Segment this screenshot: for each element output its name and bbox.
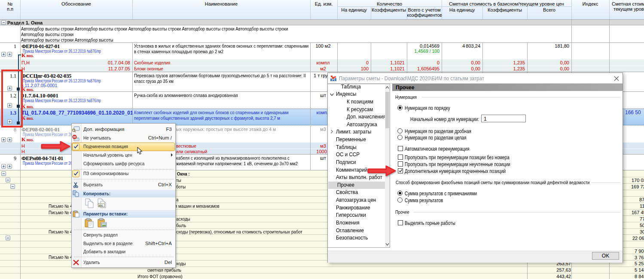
svg-text:abc: abc bbox=[99, 204, 104, 207]
